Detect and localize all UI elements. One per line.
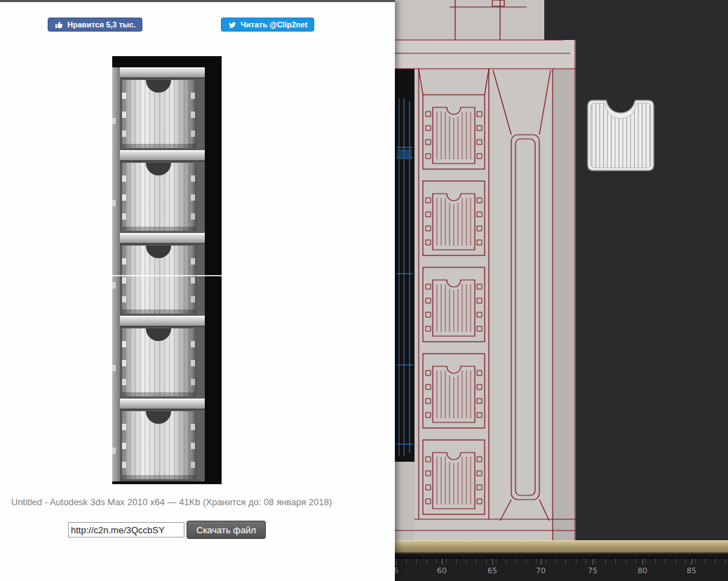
download-file-button[interactable]: Скачать файл	[187, 521, 266, 539]
timeline-trackbar[interactable]: 5 60 65 70 75 80 85	[395, 558, 728, 581]
page-top-strip	[0, 0, 395, 2]
twitter-follow-label: Читать @Clip2net	[241, 20, 307, 29]
timeline-label: 75	[588, 566, 598, 575]
timeline-minor-ticks	[396, 559, 727, 563]
screen: 5 60 65 70 75 80 85 Нравится 5,3 тыс.	[0, 0, 728, 581]
twitter-bird-icon	[228, 20, 237, 29]
facebook-like-label: Нравится 5,3 тыс.	[67, 20, 135, 29]
timeline-label: 80	[638, 566, 647, 575]
timeline-tick	[541, 559, 541, 565]
timeline-label: 65	[487, 566, 497, 575]
blue-object-panel	[397, 149, 412, 159]
shared-screenshot-image[interactable]	[112, 56, 222, 484]
timeline-label: 60	[437, 566, 447, 575]
timeline-label: 85	[687, 566, 696, 575]
twitter-follow-button[interactable]: Читать @Clip2net	[221, 18, 314, 32]
viewport-canvas[interactable]	[395, 0, 728, 540]
timeline-tick	[692, 559, 692, 565]
timeline-tick	[642, 559, 643, 565]
thumbs-up-icon	[55, 20, 64, 29]
timeline-tick	[396, 559, 397, 565]
timeline-tick	[492, 559, 493, 565]
timeline-tick	[442, 559, 443, 565]
clip2net-share-page: Нравится 5,3 тыс. Читать @Clip2net	[0, 0, 395, 581]
file-caption: Untitled - Autodesk 3ds Max 2010 x64 — 4…	[11, 497, 390, 507]
timeline-label: 70	[536, 566, 546, 575]
share-url-input[interactable]	[68, 522, 184, 537]
timeline-tick	[593, 559, 593, 565]
ground-plane-edge	[395, 540, 728, 554]
facebook-like-button[interactable]: Нравится 5,3 тыс.	[48, 18, 142, 32]
max-viewport[interactable]: 5 60 65 70 75 80 85	[395, 0, 728, 581]
drawer-profile-spline[interactable]	[588, 100, 654, 171]
